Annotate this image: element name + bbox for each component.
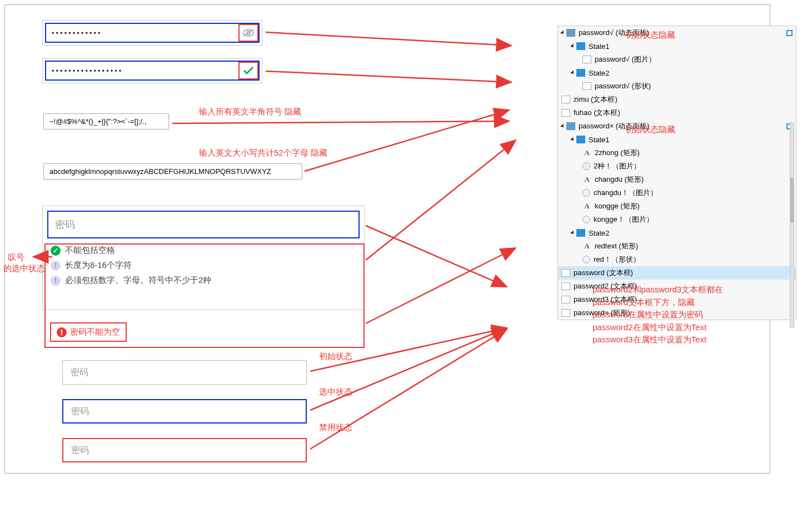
password-field-1[interactable]: •••••••••••• — [45, 23, 260, 43]
error-text: 密码不能为空 — [70, 327, 120, 337]
tree-changdu[interactable]: Achangdu (矩形) — [558, 173, 796, 186]
tree-kongge[interactable]: Akongge (矩形) — [558, 200, 796, 213]
tree-password[interactable]: password (文本框) — [558, 266, 796, 280]
password-main-input[interactable]: 密码 — [47, 211, 360, 238]
top-hidden-annotation-2: 初始状态隐藏 — [625, 124, 675, 135]
password-field-1-wrap: •••••••••••• — [42, 20, 262, 46]
tree-zimu[interactable]: zimu (文本框) — [558, 93, 796, 106]
letters-box: abcdefghigklmnopqrstuvwxyzABCDEFGHIJKLMN… — [43, 163, 302, 180]
info-circle-icon: ! — [51, 261, 61, 271]
state-input-disabled[interactable]: 密码 — [62, 438, 307, 462]
password-dots-2: ••••••••••••••••• — [52, 67, 123, 75]
check-circle-icon: ✓ — [51, 246, 61, 256]
password-field-2-wrap: ••••••••••••••••• — [42, 58, 262, 83]
password-dots-1: •••••••••••• — [52, 29, 102, 37]
eye-off-icon — [242, 28, 255, 37]
symbols-annotation: 输入所有英文半角符号 隐藏 — [199, 107, 301, 117]
tree-pwcheck-img[interactable]: password√ (图片） — [558, 53, 796, 66]
tree-2zhong[interactable]: A2zhong (矩形) — [558, 146, 796, 160]
state-label-disabled: 禁用状态 — [319, 422, 352, 433]
top-hidden-annotation-1: 初始状态隐藏 — [625, 30, 675, 41]
outline-tree[interactable]: password√ (动态面板) State1 password√ (图片） S… — [557, 26, 796, 320]
tree-pwcheck-shape[interactable]: password√ (形状) — [558, 79, 796, 93]
tree-2zhong-img[interactable]: 2种！（图片） — [558, 160, 796, 173]
exclaim-annotation-2: 的选中状态 — [3, 263, 45, 274]
rule-no-space: ✓不能包括空格 — [43, 243, 364, 258]
password-field-2[interactable]: ••••••••••••••••• — [45, 61, 260, 81]
letters-annotation: 输入英文大小写共计52个字母 隐藏 — [199, 148, 327, 158]
error-circle-icon: ! — [57, 327, 67, 337]
info-circle-icon: ! — [51, 276, 61, 286]
scrollbar-thumb[interactable] — [790, 178, 794, 222]
password-rules-block: 密码 ✓不能包括空格 !长度为8-16个字符 !必须包括数字、字母、符号中不少于… — [42, 206, 365, 310]
tree-passwordcheck-panel[interactable]: password√ (动态面板) — [558, 26, 796, 39]
rule-length: !长度为8-16个字符 — [43, 258, 364, 273]
scrollbar-track[interactable] — [790, 122, 794, 328]
letters-text: abcdefghigklmnopqrstuvwxyzABCDEFGHIJKLMN… — [49, 167, 271, 176]
right-annotation-block: password2和password3文本框都在 password文本框下方，隐… — [592, 283, 765, 346]
tree-redtext[interactable]: Aredtext (矩形) — [558, 240, 796, 253]
check-icon-box — [238, 62, 258, 79]
tree-red-shape[interactable]: red！（形状） — [558, 253, 796, 266]
tree-state1[interactable]: State1 — [558, 39, 796, 53]
tree-kongge-img[interactable]: kongge！（图片） — [558, 213, 796, 226]
tree-px-state1[interactable]: State1 — [558, 133, 796, 146]
check-icon — [243, 66, 254, 75]
error-message-box: ! 密码不能为空 — [50, 322, 127, 342]
tree-changdu-img[interactable]: changdu！（图片） — [558, 186, 796, 200]
state-label-initial: 初始状态 — [319, 351, 352, 362]
symbols-text: ~!@#$%^&*()_+|}{":?><`-=[];/., — [49, 117, 146, 126]
symbols-box: ~!@#$%^&*()_+|}{":?><`-=[];/., — [43, 113, 169, 130]
tree-fuhao[interactable]: fuhao (文本框) — [558, 106, 796, 119]
tree-passwordx-panel[interactable]: password× (动态面板) — [558, 119, 796, 133]
eye-off-icon-box[interactable] — [238, 24, 258, 42]
state-input-selected[interactable]: 密码 — [62, 399, 307, 424]
tree-px-state2[interactable]: State2 — [558, 226, 796, 240]
exclaim-annotation-1: 叹号 — [8, 252, 24, 263]
rule-types: !必须包括数字、字母、符号中不少于2种 — [43, 273, 364, 288]
tree-state2[interactable]: State2 — [558, 66, 796, 79]
state-label-selected: 选中状态 — [319, 387, 352, 397]
state-input-initial[interactable]: 密码 — [62, 360, 307, 385]
